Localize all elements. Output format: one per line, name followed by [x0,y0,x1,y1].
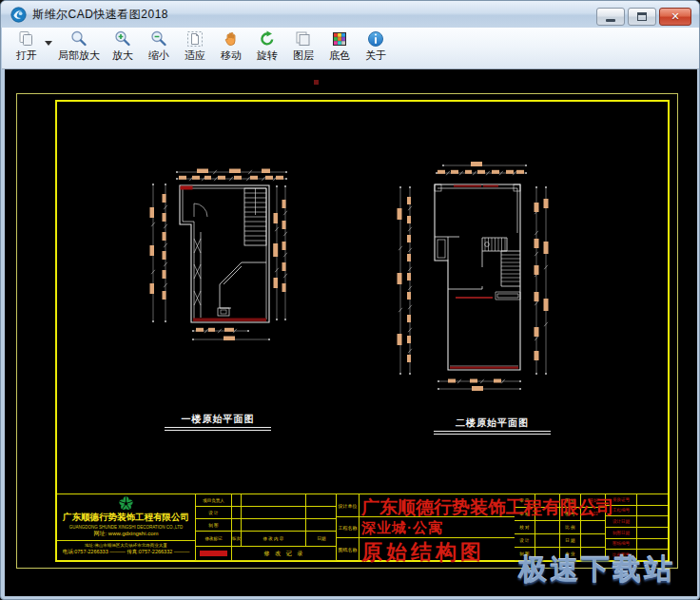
meta-label: 制图日期 [606,528,637,539]
close-button[interactable]: ✕ [659,8,691,26]
toolbar: 打开 局部放大 放大 [2,28,700,69]
drawing-canvas[interactable]: 一楼原始平面图 二楼原始平面图 广东顺德行势装饰工程有限公司 GUANGDON [5,69,697,596]
layers-icon [294,29,313,48]
pan-hand-icon [222,29,241,48]
dimension-ticks [151,170,287,340]
fit-view-icon [185,29,204,48]
meta-value [637,516,668,528]
caption-underline [434,431,551,432]
revision-label: 制 图 [196,519,232,532]
revision-header: 版次 [232,532,242,547]
plan2-caption-text: 二楼原始平面图 [456,417,529,428]
toolbar-button-zoom-out[interactable]: 缩小 [141,29,177,68]
doc-label: 工程名称 [337,517,359,538]
toolbar-button-rotate[interactable]: 旋转 [249,29,285,68]
project-name-row: 深业城·公寓 [360,517,515,538]
app-window: 斯维尔CAD快速看图2018 ✕ 打开 [0,0,700,600]
toolbar-button-about[interactable]: 关于 [358,29,394,68]
company-website: 网址: www.gdxingshi.com [57,530,195,538]
sheet-name-value: 原始结构图 [361,538,485,567]
minimize-icon [606,19,615,22]
company-phone-fax: 电话:0757-2266333 ——— 传真:0757-2266332 ——— [57,549,195,555]
title-bar[interactable]: 斯维尔CAD快速看图2018 ✕ [1,1,699,28]
maximize-button[interactable] [628,8,656,26]
toolbar-button-fit[interactable]: 适应 [177,29,213,68]
caption-underline [434,434,551,435]
meta-value [637,528,668,539]
company-name-en: GUANGDONG SHUNDE XINGSHI DECORATION CO.,… [64,524,188,529]
doc-label: 设计单位 [337,494,359,517]
floor-plan-2 [381,153,572,410]
caption-underline [165,427,271,428]
doc-label: 图纸名称 [337,538,359,561]
design-company-row: 广东顺德行势装饰工程有限公司 [360,494,515,517]
dimension-lines [400,165,546,389]
zoom-out-icon [149,29,168,48]
app-logo-icon [10,7,27,23]
red-stamp [200,551,228,556]
sheet-name-row: 原始结构图 [360,538,515,561]
toolbar-button-partial-zoom[interactable]: 局部放大 [53,29,105,68]
plan2-red-walls [450,185,518,369]
revision-table: 项目负责人 设 计 制 图 修改标记 版次 修 改 内 容 日期 修 改 记 录 [196,494,337,561]
company-address: 地址:佛山市顺德区大良镇环市北路商业大厦 [64,542,188,547]
toolbar-button-zoom-in[interactable]: 放大 [105,29,141,68]
partial-zoom-icon [69,29,88,48]
floor-plan-1 [144,158,334,434]
open-dropdown-icon[interactable] [45,41,52,46]
open-icon [17,29,36,48]
stray-mark [314,80,319,85]
close-icon: ✕ [671,11,679,22]
plan1-caption: 一楼原始平面图 [165,414,271,431]
plan1-caption-text: 一楼原始平面图 [182,414,255,424]
company-name: 广东顺德行势装饰工程有限公司 [57,512,195,524]
plan1-walls [180,185,269,322]
meta-value [637,539,668,551]
doc-value-rows: 广东顺德行势装饰工程有限公司 深业城·公寓 原始结构图 [360,494,515,561]
toolbar-button-pan[interactable]: 移动 [213,29,249,68]
zoom-in-icon [113,29,132,48]
revision-header: 修 改 内 容 [242,532,306,547]
revision-label: 项目负责人 [196,494,232,507]
meta-value [637,506,668,517]
divider [57,540,195,541]
background-color-icon [330,29,349,48]
maximize-icon [637,12,647,21]
window-title: 斯维尔CAD快速看图2018 [32,7,168,23]
company-logo-icon [118,495,134,512]
minimize-button[interactable] [596,8,625,26]
meta-label: 图纸编号 [606,539,637,551]
watermark: 极速下载站 [518,551,675,590]
project-name-value: 深业城·公寓 [361,519,443,537]
revision-label: 设 计 [196,507,232,519]
revision-stamp-cell [196,547,232,561]
company-block: 广东顺德行势装饰工程有限公司 GUANGDONG SHUNDE XINGSHI … [57,494,196,561]
meta-value [637,494,668,506]
revision-header: 修改标记 [196,532,232,547]
plan1-red-walls [181,186,267,322]
plan2-caption: 二楼原始平面图 [434,417,551,435]
doc-label-column: 设计单位 工程名称 图纸名称 [337,494,360,561]
toolbar-button-layers[interactable]: 图层 [285,29,321,68]
toolbar-button-open[interactable]: 打开 [8,29,46,68]
about-icon [366,29,385,48]
plan2-walls [435,184,520,370]
caption-underline [165,430,271,431]
revision-footer: 修 改 记 录 [232,547,337,561]
rotate-icon [258,29,277,48]
toolbar-button-background-color[interactable]: 底色 [321,29,358,68]
dimension-texts [398,162,549,391]
revision-header: 日期 [306,532,337,547]
dimension-ticks [399,165,548,390]
